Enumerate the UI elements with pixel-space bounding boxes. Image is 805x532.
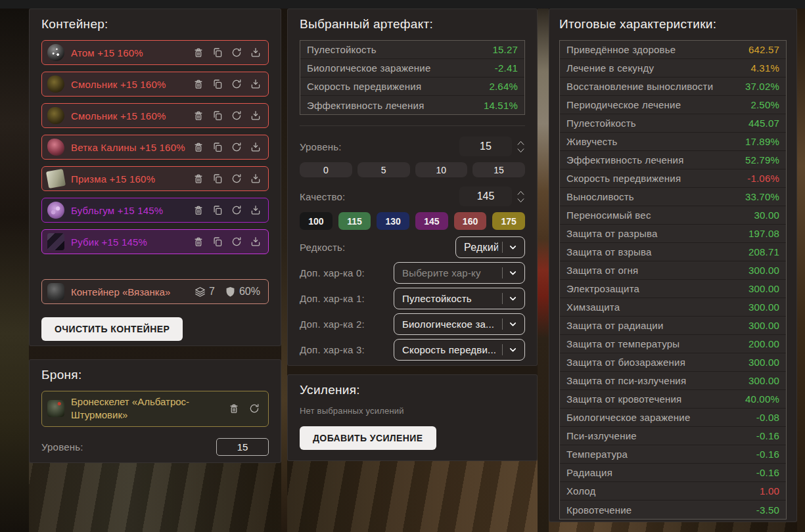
container-artifact-item[interactable]: Рубик +15 145% <box>41 229 269 254</box>
container-artifact-item[interactable]: Атом +15 160% <box>41 40 269 65</box>
boosts-empty-text: Нет выбранных усилений <box>300 406 525 416</box>
refresh-icon[interactable] <box>231 141 242 153</box>
export-icon[interactable] <box>250 204 262 216</box>
copy-icon[interactable] <box>212 110 223 122</box>
refresh-icon[interactable] <box>231 47 242 58</box>
armor-item[interactable]: Бронескелет «Альбатрос-Штурмовик» <box>41 391 269 427</box>
stat-label: Эффективность лечения <box>566 154 683 166</box>
trash-icon[interactable] <box>193 173 204 185</box>
total-stat-row: Эффективность лечения 52.79% <box>560 151 786 169</box>
stat-value: 300.00 <box>748 375 779 386</box>
quality-preset-button[interactable]: 160 <box>454 212 487 230</box>
quality-preset-button[interactable]: 175 <box>492 212 525 230</box>
refresh-icon[interactable] <box>231 236 242 248</box>
export-icon[interactable] <box>250 78 262 90</box>
container-artifact-item[interactable]: Смольник +15 160% <box>41 103 269 128</box>
trash-icon[interactable] <box>193 236 204 248</box>
stepper-down-icon[interactable] <box>517 198 525 204</box>
export-icon[interactable] <box>250 173 262 185</box>
background-photo-right <box>797 9 805 532</box>
extra-stat-dropdown[interactable]: Биологическое за... <box>394 313 525 335</box>
stat-label: Пулестойкость <box>566 118 636 129</box>
container-artifact-item[interactable]: Смольник +15 160% <box>41 72 269 97</box>
copy-icon[interactable] <box>212 47 223 58</box>
export-icon[interactable] <box>250 110 262 122</box>
container-name: Контейнер «Вязанка» <box>71 286 185 298</box>
stat-value: 300.00 <box>748 301 779 313</box>
refresh-icon[interactable] <box>231 204 242 216</box>
stepper-up-icon[interactable] <box>517 190 525 196</box>
stat-value: 33.70% <box>745 191 779 202</box>
stat-value: -0.16 <box>756 430 779 441</box>
extra-stat-dropdown[interactable]: Выберите хар-ку <box>394 262 525 284</box>
refresh-icon[interactable] <box>231 110 242 122</box>
trash-icon[interactable] <box>193 47 204 58</box>
total-stat-row: Защита от кровотечения 40.00% <box>560 390 786 409</box>
refresh-icon[interactable] <box>248 403 260 414</box>
trash-icon[interactable] <box>228 403 240 414</box>
container-item[interactable]: Контейнер «Вязанка» 7 60% <box>41 279 269 304</box>
level-preset-button[interactable]: 15 <box>472 162 525 177</box>
clear-container-button[interactable]: ОЧИСТИТЬ КОНТЕЙНЕР <box>41 317 183 341</box>
stat-label: Кровотечение <box>566 504 632 516</box>
add-boost-button[interactable]: ДОБАВИТЬ УСИЛЕНИЕ <box>300 426 436 450</box>
armor-icon <box>47 400 64 417</box>
copy-icon[interactable] <box>212 78 223 90</box>
level-preset-button[interactable]: 0 <box>300 162 352 177</box>
stat-value: -0.08 <box>756 412 779 423</box>
armor-level-input[interactable]: 15 <box>216 438 269 456</box>
total-stat-row: Лечение в секунду 4.31% <box>560 59 786 78</box>
stat-value: 17.89% <box>745 136 779 147</box>
artifact-name: Призма +15 160% <box>71 173 193 185</box>
container-artifact-item[interactable]: Призма +15 160% <box>41 166 269 191</box>
export-icon[interactable] <box>250 236 262 248</box>
container-artifact-item[interactable]: Ветка Калины +15 160% <box>41 135 269 160</box>
stepper-down-icon[interactable] <box>517 148 525 154</box>
chevron-down-icon <box>508 268 518 278</box>
stat-label: Периодическое лечение <box>566 99 681 110</box>
copy-icon[interactable] <box>212 173 223 185</box>
artifact-icon <box>47 233 64 250</box>
divider <box>502 319 503 330</box>
quality-preset-button[interactable]: 115 <box>338 212 371 230</box>
layers-icon <box>194 286 206 298</box>
stat-value: 300.00 <box>748 357 779 368</box>
level-preset-button[interactable]: 10 <box>415 162 468 177</box>
refresh-icon[interactable] <box>231 173 242 185</box>
trash-icon[interactable] <box>193 78 204 90</box>
refresh-icon[interactable] <box>231 78 242 90</box>
divider <box>502 267 503 278</box>
trash-icon[interactable] <box>193 110 204 122</box>
quality-input[interactable]: 145 <box>459 187 512 206</box>
container-artifact-item[interactable]: Бубльгум +15 145% <box>41 198 269 223</box>
copy-icon[interactable] <box>212 236 223 248</box>
total-stat-row: Кровотечение -3.50 <box>560 500 786 519</box>
extra-stat-dropdown[interactable]: Пулестойкость <box>394 288 525 309</box>
extra-stat-value: Выберите хар-ку <box>402 267 498 278</box>
top-bar <box>0 0 805 9</box>
quality-preset-button[interactable]: 130 <box>377 212 409 230</box>
copy-icon[interactable] <box>212 141 223 153</box>
trash-icon[interactable] <box>193 141 204 153</box>
artifact-name: Атом +15 160% <box>71 47 193 58</box>
stat-value: 2.64% <box>489 81 518 92</box>
level-preset-button[interactable]: 5 <box>357 162 410 177</box>
export-icon[interactable] <box>250 47 262 58</box>
total-stat-row: Биологическое заражение -0.08 <box>560 409 786 427</box>
copy-icon[interactable] <box>212 204 223 216</box>
extra-stat-dropdown[interactable]: Скорость передви... <box>394 339 525 361</box>
container-slots-value: 7 <box>209 286 215 298</box>
stepper-up-icon[interactable] <box>517 140 525 146</box>
stat-value: 300.00 <box>748 283 779 294</box>
container-protection: 60% <box>224 286 260 298</box>
rarity-label: Редкость: <box>300 242 345 253</box>
level-input[interactable]: 15 <box>459 137 512 156</box>
export-icon[interactable] <box>250 141 262 153</box>
trash-icon[interactable] <box>193 204 204 216</box>
stat-label: Выносливость <box>566 191 634 202</box>
stat-label: Электрозащита <box>566 283 639 294</box>
stat-value: -1.06% <box>747 173 779 184</box>
quality-preset-button[interactable]: 100 <box>300 212 333 230</box>
rarity-dropdown[interactable]: Редкий <box>455 236 525 258</box>
quality-preset-button[interactable]: 145 <box>415 212 448 230</box>
